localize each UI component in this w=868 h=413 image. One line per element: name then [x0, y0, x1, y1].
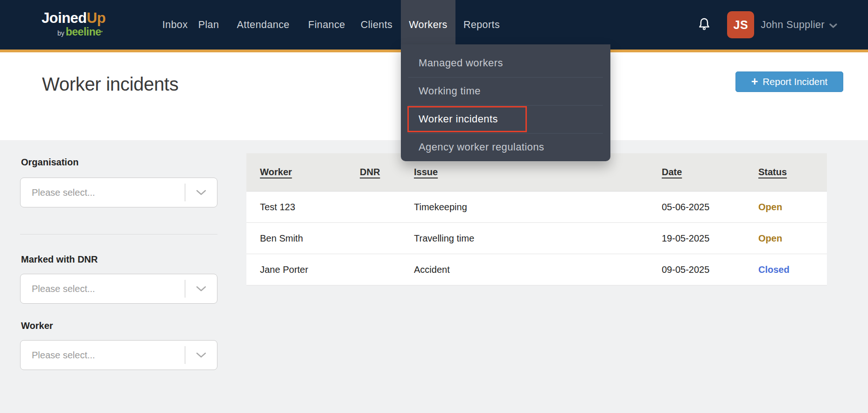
status-badge: Open	[758, 233, 827, 244]
filter-label-organisation: Organisation	[21, 157, 78, 168]
cell-worker: Test 123	[260, 202, 360, 213]
organisation-select-placeholder: Please select...	[32, 187, 185, 198]
report-incident-button-label: Report Incident	[763, 76, 827, 87]
table-row[interactable]: Ben Smith Travelling time 19-05-2025 Ope…	[246, 223, 827, 254]
menu-item-agency-worker-regulations[interactable]: Agency worker regulations	[401, 133, 610, 161]
nav-item-clients[interactable]: Clients	[354, 0, 399, 50]
table-row[interactable]: Jane Porter Accident 09-05-2025 Closed	[246, 254, 827, 285]
nav-item-plan[interactable]: Plan	[192, 0, 225, 50]
worker-select-placeholder: Please select...	[32, 350, 185, 361]
plus-icon: +	[751, 76, 758, 87]
status-badge: Open	[758, 202, 827, 213]
navbar-right-cluster: JS John Supplier	[697, 0, 837, 50]
status-badge: Closed	[758, 264, 827, 275]
column-header-date[interactable]: Date	[662, 167, 758, 178]
nav-item-workers[interactable]: Workers	[401, 0, 455, 50]
column-header-status[interactable]: Status	[758, 167, 827, 178]
user-avatar[interactable]: JS	[727, 11, 754, 38]
nav-item-attendance[interactable]: Attendance	[229, 0, 298, 50]
brand-logo[interactable]: JoinedUp bybeeline•	[35, 10, 112, 39]
app-root: JoinedUp bybeeline• Inbox Plan Attendanc…	[0, 0, 868, 413]
workers-dropdown-menu: Managed workers Working time Worker inci…	[401, 44, 610, 161]
cell-date: 09-05-2025	[662, 264, 758, 275]
cell-date: 05-06-2025	[662, 202, 758, 213]
user-menu-name[interactable]: John Supplier	[761, 19, 825, 31]
menu-item-worker-incidents[interactable]: Worker incidents	[401, 105, 610, 133]
cell-worker: Jane Porter	[260, 264, 360, 275]
main-content: Organisation Please select... Marked wit…	[0, 140, 868, 413]
page-title: Worker incidents	[42, 74, 178, 95]
cell-worker: Ben Smith	[260, 233, 360, 244]
chevron-down-icon[interactable]	[185, 190, 217, 196]
dnr-select[interactable]: Please select...	[20, 274, 217, 304]
chevron-down-icon[interactable]	[185, 286, 217, 292]
report-incident-button[interactable]: + Report Incident	[735, 71, 843, 92]
menu-item-managed-workers[interactable]: Managed workers	[401, 49, 610, 77]
filter-label-dnr: Marked with DNR	[21, 254, 98, 265]
cell-issue: Timekeeping	[414, 202, 662, 213]
cell-issue: Travelling time	[414, 233, 662, 244]
nav-item-reports[interactable]: Reports	[456, 0, 507, 50]
cell-date: 19-05-2025	[662, 233, 758, 244]
table-row[interactable]: Test 123 Timekeeping 05-06-2025 Open	[246, 192, 827, 223]
filter-label-worker: Worker	[21, 320, 53, 331]
column-header-worker[interactable]: Worker	[260, 167, 360, 178]
dnr-select-placeholder: Please select...	[32, 284, 185, 294]
menu-item-working-time[interactable]: Working time	[401, 77, 610, 105]
organisation-select[interactable]: Please select...	[20, 178, 217, 207]
brand-logo-byline: bybeeline•	[48, 26, 112, 39]
cell-issue: Accident	[414, 264, 662, 275]
filter-section-divider	[20, 234, 217, 235]
notifications-bell-icon[interactable]	[697, 17, 711, 33]
user-menu-chevron-down-icon[interactable]	[829, 23, 837, 28]
worker-select[interactable]: Please select...	[20, 340, 217, 370]
incidents-table: Worker DNR Issue Date Status Test 123 Ti…	[246, 153, 827, 285]
column-header-dnr[interactable]: DNR	[360, 167, 414, 178]
chevron-down-icon[interactable]	[185, 352, 217, 358]
nav-item-inbox[interactable]: Inbox	[152, 0, 198, 50]
column-header-issue[interactable]: Issue	[414, 167, 662, 178]
brand-logo-primary: JoinedUp	[35, 10, 112, 26]
nav-item-finance[interactable]: Finance	[301, 0, 352, 50]
